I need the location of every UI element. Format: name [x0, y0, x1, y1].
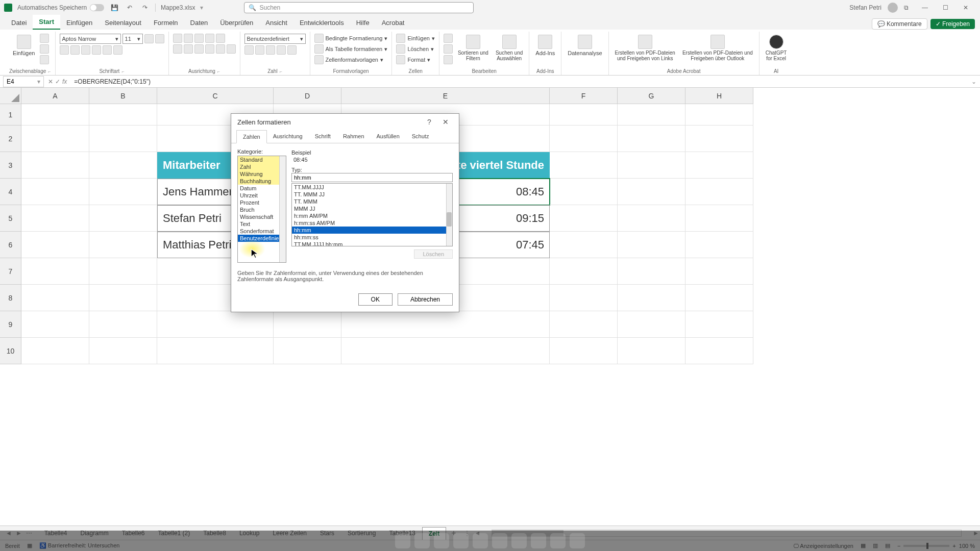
currency-icon[interactable]: [244, 45, 254, 55]
category-item[interactable]: Sonderformat: [238, 228, 286, 235]
type-item[interactable]: TT.MM.JJJJ: [292, 184, 452, 191]
share-button[interactable]: ✓ Freigeben: [930, 19, 975, 29]
autosave-toggle[interactable]: Automatisches Speichern: [17, 4, 104, 11]
type-item[interactable]: MMM JJ: [292, 205, 452, 212]
number-format-selector[interactable]: Benutzerdefiniert▾: [244, 34, 306, 44]
align-middle-icon[interactable]: [184, 34, 193, 43]
dec-decimal-icon[interactable]: [287, 45, 297, 55]
dialog-tab-fill[interactable]: Ausfüllen: [371, 130, 406, 143]
taskbar-icon[interactable]: [414, 533, 430, 548]
underline-icon[interactable]: [81, 45, 90, 55]
type-item[interactable]: h:mm AM/PM: [292, 212, 452, 219]
close-icon[interactable]: ✕: [955, 0, 976, 15]
type-item[interactable]: h:mm:ss AM/PM: [292, 219, 452, 227]
taskbar-icon[interactable]: [453, 533, 469, 548]
border-icon[interactable]: [92, 45, 101, 55]
dialog-tab-numbers[interactable]: Zahlen: [236, 130, 267, 143]
tab-start[interactable]: Start: [33, 15, 60, 30]
chatgpt-button[interactable]: ChatGPT for Excel: [764, 34, 789, 62]
taskbar-icon[interactable]: [531, 533, 546, 548]
tab-formulas[interactable]: Formeln: [148, 16, 184, 30]
copy-icon[interactable]: [40, 44, 49, 54]
category-item[interactable]: Bruch: [238, 206, 286, 213]
tab-data[interactable]: Daten: [184, 16, 214, 30]
undo-icon[interactable]: ↶: [125, 3, 135, 13]
taskbar-icon[interactable]: [395, 533, 410, 548]
dialog-launcher-icon[interactable]: ⌐: [280, 69, 282, 74]
bold-icon[interactable]: [60, 45, 69, 55]
addins-button[interactable]: Add-Ins: [533, 34, 557, 57]
ok-button[interactable]: OK: [358, 293, 393, 306]
category-item-selected[interactable]: Benutzerdefiniert: [238, 235, 286, 242]
tab-review[interactable]: Überprüfen: [214, 16, 259, 30]
align-left-icon[interactable]: [173, 44, 182, 54]
align-bottom-icon[interactable]: [194, 34, 204, 43]
data-analysis-button[interactable]: Datenanalyse: [566, 34, 604, 57]
paste-button[interactable]: Einfügen: [11, 34, 37, 57]
category-item[interactable]: Wissenschaft: [238, 213, 286, 220]
category-item[interactable]: Uhrzeit: [238, 192, 286, 199]
type-item[interactable]: hh:mm:ss: [292, 234, 452, 241]
avatar[interactable]: [888, 3, 898, 13]
font-size-selector[interactable]: 11▾: [122, 34, 143, 44]
help-icon[interactable]: ?: [422, 115, 436, 129]
dialog-tab-border[interactable]: Rahmen: [337, 130, 371, 143]
pdf-outlook-button[interactable]: Erstellen von PDF-Dateien und Freigeben …: [680, 34, 755, 62]
align-right-icon[interactable]: [194, 44, 204, 54]
inc-decimal-icon[interactable]: [277, 45, 286, 55]
align-center-icon[interactable]: [184, 44, 193, 54]
format-as-table-button[interactable]: Als Tabelle formatieren ▾: [314, 44, 388, 54]
dialog-titlebar[interactable]: Zellen formatieren ? ✕: [231, 114, 459, 130]
clear-icon[interactable]: [444, 55, 453, 64]
indent-dec-icon[interactable]: [205, 44, 214, 54]
toggle-switch[interactable]: [90, 4, 104, 11]
type-list[interactable]: TT.MM.JJJJ TT. MMM JJ TT. MMM MMM JJ h:m…: [291, 183, 453, 246]
type-item[interactable]: TT. MMM JJ: [292, 191, 452, 198]
indent-inc-icon[interactable]: [216, 44, 225, 54]
align-top-icon[interactable]: [173, 34, 182, 43]
dialog-tab-alignment[interactable]: Ausrichtung: [267, 130, 309, 143]
type-item-selected[interactable]: hh:mm: [292, 227, 452, 234]
find-select-button[interactable]: Suchen und Auswählen: [494, 34, 525, 62]
merge-icon[interactable]: [227, 44, 236, 54]
type-item[interactable]: TT. MMM: [292, 198, 452, 205]
category-item[interactable]: Datum: [238, 185, 286, 192]
maximize-icon[interactable]: ☐: [935, 0, 955, 15]
format-cells-button[interactable]: Format ▾: [396, 55, 430, 64]
type-item[interactable]: TT.MM.JJJJ hh:mm: [292, 241, 452, 246]
tab-file[interactable]: Datei: [5, 16, 33, 30]
dialog-tab-protection[interactable]: Schutz: [406, 130, 435, 143]
dialog-launcher-icon[interactable]: ⌐: [48, 69, 51, 74]
insert-cells-button[interactable]: Einfügen ▾: [396, 34, 434, 43]
chevron-down-icon[interactable]: ▾: [200, 4, 203, 11]
font-color-icon[interactable]: [113, 45, 122, 55]
search-input[interactable]: 🔍 Suchen: [244, 2, 474, 13]
orientation-icon[interactable]: [205, 34, 214, 43]
dialog-launcher-icon[interactable]: ⌐: [217, 69, 220, 74]
tab-help[interactable]: Hilfe: [350, 16, 376, 30]
autosum-icon[interactable]: [444, 34, 453, 43]
category-item[interactable]: Buchhaltung: [238, 178, 286, 185]
close-icon[interactable]: ✕: [438, 115, 453, 129]
format-painter-icon[interactable]: [40, 55, 49, 64]
delete-cells-button[interactable]: Löschen ▾: [396, 44, 434, 54]
category-item[interactable]: Prozent: [238, 199, 286, 206]
sort-filter-button[interactable]: Sortieren und Filtern: [456, 34, 491, 62]
cancel-button[interactable]: Abbrechen: [398, 293, 453, 306]
taskbar-icon[interactable]: [492, 533, 507, 548]
wrap-text-icon[interactable]: [216, 34, 225, 43]
dialog-tab-font[interactable]: Schrift: [309, 130, 337, 143]
category-item[interactable]: Text: [238, 220, 286, 228]
dialog-launcher-icon[interactable]: ⌐: [121, 69, 124, 74]
taskbar-icon[interactable]: [550, 533, 566, 548]
save-icon[interactable]: 💾: [109, 3, 119, 13]
redo-icon[interactable]: ↷: [140, 3, 150, 13]
category-item[interactable]: Zahl: [238, 163, 286, 170]
italic-icon[interactable]: [70, 45, 80, 55]
increase-font-icon[interactable]: [144, 34, 154, 43]
tab-page-layout[interactable]: Seitenlayout: [99, 16, 148, 30]
cut-icon[interactable]: [40, 34, 49, 43]
tab-acrobat[interactable]: Acrobat: [376, 16, 411, 30]
percent-icon[interactable]: [255, 45, 264, 55]
tab-insert[interactable]: Einfügen: [60, 16, 99, 30]
